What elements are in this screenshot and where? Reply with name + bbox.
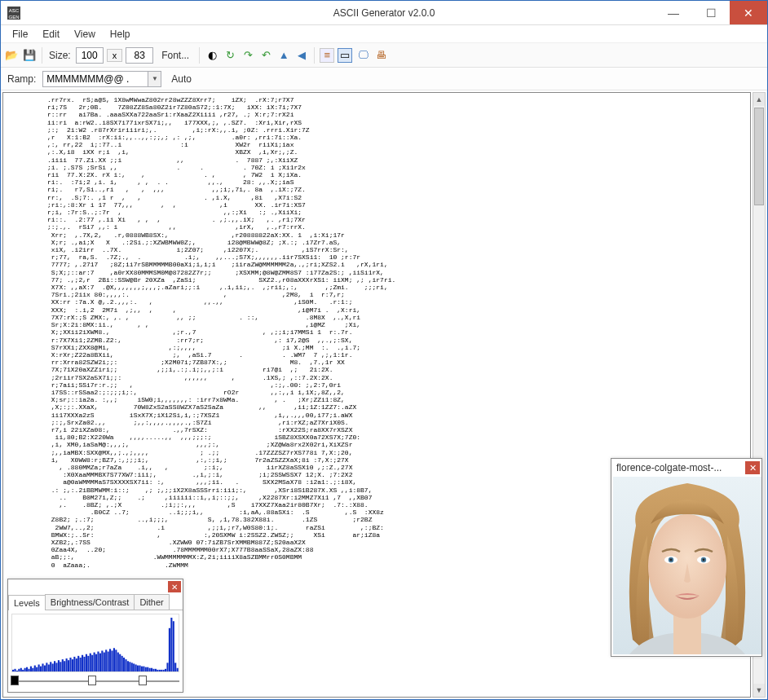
svg-rect-39 bbox=[90, 654, 91, 671]
svg-rect-67 bbox=[145, 667, 147, 671]
separator bbox=[199, 47, 200, 64]
white-point-handle[interactable] bbox=[139, 676, 147, 685]
black-point-handle[interactable] bbox=[11, 676, 19, 685]
rotate-cw-icon[interactable]: ↷ bbox=[241, 48, 255, 63]
open-icon[interactable]: 📂 bbox=[4, 48, 19, 63]
svg-rect-63 bbox=[137, 666, 139, 671]
scroll-thumb[interactable] bbox=[754, 108, 764, 205]
svg-rect-81 bbox=[173, 621, 174, 671]
svg-rect-42 bbox=[95, 654, 97, 671]
svg-rect-6 bbox=[24, 668, 26, 671]
svg-rect-20 bbox=[52, 663, 54, 671]
mid-point-handle[interactable] bbox=[88, 676, 96, 685]
svg-point-91 bbox=[670, 559, 673, 561]
svg-rect-52 bbox=[115, 649, 117, 671]
svg-rect-22 bbox=[55, 663, 57, 671]
svg-rect-37 bbox=[86, 654, 87, 671]
svg-rect-24 bbox=[60, 662, 61, 671]
minimize-button[interactable]: — bbox=[655, 1, 692, 24]
svg-rect-78 bbox=[166, 663, 168, 671]
levels-slider[interactable] bbox=[11, 676, 179, 689]
scroll-up-icon[interactable]: ▲ bbox=[753, 93, 765, 106]
svg-rect-25 bbox=[62, 659, 64, 671]
flip-h-icon[interactable]: ▲ bbox=[276, 48, 291, 63]
levels-panel-titlebar[interactable]: ✕ bbox=[8, 579, 183, 594]
svg-rect-44 bbox=[99, 654, 101, 671]
close-button[interactable]: ✕ bbox=[730, 1, 767, 24]
svg-rect-57 bbox=[125, 659, 126, 671]
ramp-dropdown[interactable]: ▼ bbox=[148, 71, 161, 87]
ramp-input[interactable] bbox=[42, 71, 148, 87]
width-input[interactable] bbox=[76, 47, 104, 64]
font-button[interactable]: Font... bbox=[157, 48, 194, 63]
view-print-icon[interactable]: 🖶 bbox=[373, 48, 388, 63]
svg-rect-71 bbox=[152, 669, 154, 671]
tab-brightness-contrast[interactable]: Brightness/Contrast bbox=[45, 594, 135, 610]
view-screen-icon[interactable]: 🖵 bbox=[355, 48, 370, 63]
menu-view[interactable]: View bbox=[68, 27, 102, 42]
svg-rect-62 bbox=[135, 664, 137, 671]
levels-close-button[interactable]: ✕ bbox=[168, 581, 181, 592]
canvas-area: .rr7rx. rS;a@S, 1X8wMWwaZ802rr28wZZZ8Xrr… bbox=[1, 90, 767, 699]
preview-title: florence-colgate-most-... bbox=[616, 462, 745, 473]
svg-rect-48 bbox=[108, 652, 109, 671]
svg-rect-80 bbox=[170, 618, 172, 671]
svg-rect-38 bbox=[87, 656, 89, 671]
preview-titlebar[interactable]: florence-colgate-most-... ✕ bbox=[611, 459, 761, 477]
tab-levels[interactable]: Levels bbox=[8, 595, 46, 610]
svg-rect-2 bbox=[16, 671, 18, 671]
svg-rect-65 bbox=[141, 667, 143, 671]
maximize-button[interactable]: ☐ bbox=[692, 1, 730, 24]
toolbar: 📂 💾 Size: x Font... ◐ ↻ ↷ ↶ ▲ ◀ ≡ ▭ 🖵 🖶 bbox=[1, 43, 767, 68]
svg-rect-32 bbox=[76, 658, 77, 671]
scroll-down-icon[interactable]: ▼ bbox=[753, 684, 765, 697]
svg-rect-82 bbox=[174, 663, 176, 671]
separator bbox=[42, 47, 42, 64]
svg-rect-9 bbox=[30, 667, 32, 671]
menu-help[interactable]: Help bbox=[104, 27, 137, 42]
svg-rect-58 bbox=[127, 661, 129, 671]
svg-rect-19 bbox=[50, 662, 51, 671]
svg-rect-3 bbox=[18, 669, 20, 671]
preview-image bbox=[613, 477, 761, 654]
svg-rect-23 bbox=[58, 660, 60, 671]
svg-rect-18 bbox=[48, 664, 50, 671]
svg-rect-69 bbox=[149, 668, 151, 671]
lock-ratio-button[interactable]: x bbox=[107, 49, 123, 62]
svg-rect-46 bbox=[104, 653, 105, 671]
refresh-icon[interactable]: ↻ bbox=[223, 48, 237, 63]
app-icon: ASCGEN bbox=[7, 7, 20, 20]
svg-rect-31 bbox=[73, 657, 75, 671]
svg-rect-75 bbox=[161, 670, 162, 671]
invert-icon[interactable]: ◐ bbox=[205, 48, 219, 63]
svg-rect-54 bbox=[119, 654, 121, 671]
svg-rect-85 bbox=[673, 615, 701, 654]
flip-v-icon[interactable]: ◀ bbox=[294, 48, 309, 63]
auto-button[interactable]: Auto bbox=[166, 72, 196, 86]
svg-rect-14 bbox=[40, 667, 42, 671]
view-image-icon[interactable]: ▭ bbox=[338, 48, 352, 63]
tab-dither[interactable]: Dither bbox=[134, 594, 169, 610]
svg-rect-10 bbox=[32, 668, 33, 671]
save-icon[interactable]: 💾 bbox=[22, 48, 37, 63]
rotate-ccw-icon[interactable]: ↶ bbox=[258, 48, 273, 63]
svg-rect-51 bbox=[113, 648, 115, 671]
svg-rect-73 bbox=[157, 670, 158, 671]
align-left-icon[interactable]: ≡ bbox=[320, 48, 334, 63]
svg-rect-47 bbox=[105, 649, 107, 671]
preview-close-button[interactable]: ✕ bbox=[745, 461, 760, 474]
svg-rect-12 bbox=[36, 667, 38, 671]
menu-edit[interactable]: Edit bbox=[36, 27, 66, 42]
svg-rect-74 bbox=[159, 670, 161, 671]
menu-file[interactable]: File bbox=[6, 27, 34, 42]
window-title: ASCII Generator v2.0.0 bbox=[1, 7, 767, 19]
svg-rect-43 bbox=[97, 652, 99, 671]
svg-rect-36 bbox=[83, 657, 85, 671]
svg-rect-16 bbox=[44, 666, 46, 671]
svg-point-92 bbox=[703, 559, 705, 561]
svg-rect-15 bbox=[42, 663, 43, 671]
svg-rect-17 bbox=[46, 663, 47, 671]
titlebar: ASCGEN ASCII Generator v2.0.0 — ☐ ✕ bbox=[1, 1, 767, 25]
height-input[interactable] bbox=[126, 47, 153, 64]
window-controls: — ☐ ✕ bbox=[655, 1, 767, 24]
